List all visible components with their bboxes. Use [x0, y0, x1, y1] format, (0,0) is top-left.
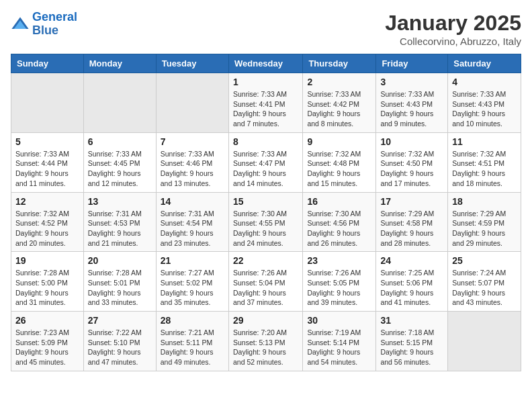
day-number: 13 — [88, 196, 152, 207]
week-row-3: 19Sunrise: 7:28 AM Sunset: 5:00 PM Dayli… — [11, 252, 521, 312]
calendar-cell: 18Sunrise: 7:29 AM Sunset: 4:59 PM Dayli… — [448, 192, 521, 252]
day-info: Sunrise: 7:29 AM Sunset: 4:59 PM Dayligh… — [452, 209, 517, 248]
day-info: Sunrise: 7:25 AM Sunset: 5:06 PM Dayligh… — [380, 268, 443, 308]
day-number: 20 — [88, 255, 152, 266]
week-row-0: 1Sunrise: 7:33 AM Sunset: 4:41 PM Daylig… — [11, 73, 521, 133]
day-info: Sunrise: 7:27 AM Sunset: 5:02 PM Dayligh… — [161, 268, 224, 308]
calendar-cell: 5Sunrise: 7:33 AM Sunset: 4:44 PM Daylig… — [11, 132, 84, 192]
day-number: 27 — [88, 315, 152, 326]
calendar-cell: 26Sunrise: 7:23 AM Sunset: 5:09 PM Dayli… — [11, 312, 84, 371]
day-info: Sunrise: 7:29 AM Sunset: 4:58 PM Dayligh… — [380, 209, 443, 248]
calendar-cell: 7Sunrise: 7:33 AM Sunset: 4:46 PM Daylig… — [156, 132, 228, 192]
calendar-cell: 2Sunrise: 7:33 AM Sunset: 4:42 PM Daylig… — [303, 73, 376, 133]
calendar-cell: 24Sunrise: 7:25 AM Sunset: 5:06 PM Dayli… — [376, 252, 448, 312]
calendar-cell — [83, 73, 156, 133]
weekday-header-thursday: Thursday — [303, 54, 376, 73]
day-info: Sunrise: 7:20 AM Sunset: 5:13 PM Dayligh… — [233, 328, 298, 367]
day-info: Sunrise: 7:32 AM Sunset: 4:50 PM Dayligh… — [380, 149, 443, 189]
day-number: 19 — [15, 255, 79, 266]
day-info: Sunrise: 7:33 AM Sunset: 4:43 PM Dayligh… — [452, 89, 517, 129]
day-number: 18 — [452, 196, 517, 207]
calendar-cell: 13Sunrise: 7:31 AM Sunset: 4:53 PM Dayli… — [83, 192, 156, 252]
day-info: Sunrise: 7:22 AM Sunset: 5:10 PM Dayligh… — [88, 328, 152, 367]
calendar-cell: 17Sunrise: 7:29 AM Sunset: 4:58 PM Dayli… — [376, 192, 448, 252]
day-info: Sunrise: 7:33 AM Sunset: 4:45 PM Dayligh… — [88, 149, 152, 189]
day-info: Sunrise: 7:32 AM Sunset: 4:48 PM Dayligh… — [307, 149, 371, 189]
weekday-header-saturday: Saturday — [448, 54, 521, 73]
calendar-cell: 14Sunrise: 7:31 AM Sunset: 4:54 PM Dayli… — [156, 192, 228, 252]
weekday-header-monday: Monday — [83, 54, 156, 73]
day-info: Sunrise: 7:30 AM Sunset: 4:56 PM Dayligh… — [307, 209, 371, 248]
logo: General Blue — [11, 11, 77, 38]
day-number: 4 — [452, 77, 517, 87]
day-number: 23 — [307, 255, 371, 266]
calendar-cell: 31Sunrise: 7:18 AM Sunset: 5:15 PM Dayli… — [376, 312, 448, 371]
weekday-header-wednesday: Wednesday — [228, 54, 302, 73]
calendar-cell: 15Sunrise: 7:30 AM Sunset: 4:55 PM Dayli… — [228, 192, 302, 252]
calendar-cell: 29Sunrise: 7:20 AM Sunset: 5:13 PM Dayli… — [228, 312, 302, 371]
day-number: 15 — [233, 196, 298, 207]
logo-icon — [11, 15, 30, 34]
day-number: 6 — [88, 136, 152, 147]
calendar-cell: 22Sunrise: 7:26 AM Sunset: 5:04 PM Dayli… — [228, 252, 302, 312]
week-row-2: 12Sunrise: 7:32 AM Sunset: 4:52 PM Dayli… — [11, 192, 521, 252]
day-number: 11 — [452, 136, 517, 147]
calendar-cell: 4Sunrise: 7:33 AM Sunset: 4:43 PM Daylig… — [448, 73, 521, 133]
day-info: Sunrise: 7:24 AM Sunset: 5:07 PM Dayligh… — [452, 268, 517, 308]
day-info: Sunrise: 7:19 AM Sunset: 5:14 PM Dayligh… — [307, 328, 371, 367]
day-info: Sunrise: 7:26 AM Sunset: 5:05 PM Dayligh… — [307, 268, 371, 308]
day-number: 16 — [307, 196, 371, 207]
day-number: 29 — [233, 315, 298, 326]
day-number: 21 — [161, 255, 224, 266]
day-info: Sunrise: 7:28 AM Sunset: 5:00 PM Dayligh… — [15, 268, 79, 308]
day-number: 25 — [452, 255, 517, 266]
day-number: 31 — [380, 315, 443, 326]
calendar-cell: 19Sunrise: 7:28 AM Sunset: 5:00 PM Dayli… — [11, 252, 84, 312]
calendar-cell: 8Sunrise: 7:33 AM Sunset: 4:47 PM Daylig… — [228, 132, 302, 192]
calendar-cell: 9Sunrise: 7:32 AM Sunset: 4:48 PM Daylig… — [303, 132, 376, 192]
calendar-cell: 27Sunrise: 7:22 AM Sunset: 5:10 PM Dayli… — [83, 312, 156, 371]
day-info: Sunrise: 7:18 AM Sunset: 5:15 PM Dayligh… — [380, 328, 443, 367]
day-info: Sunrise: 7:33 AM Sunset: 4:42 PM Dayligh… — [307, 89, 371, 129]
calendar-cell: 10Sunrise: 7:32 AM Sunset: 4:50 PM Dayli… — [376, 132, 448, 192]
calendar-cell: 12Sunrise: 7:32 AM Sunset: 4:52 PM Dayli… — [11, 192, 84, 252]
logo-line1: General — [32, 10, 77, 24]
calendar-cell — [448, 312, 521, 371]
calendar-cell: 23Sunrise: 7:26 AM Sunset: 5:05 PM Dayli… — [303, 252, 376, 312]
day-number: 22 — [233, 255, 298, 266]
logo-text: General Blue — [32, 11, 77, 38]
calendar-cell: 21Sunrise: 7:27 AM Sunset: 5:02 PM Dayli… — [156, 252, 228, 312]
weekday-header-friday: Friday — [376, 54, 448, 73]
day-number: 10 — [380, 136, 443, 147]
weekday-header-sunday: Sunday — [11, 54, 84, 73]
day-info: Sunrise: 7:30 AM Sunset: 4:55 PM Dayligh… — [233, 209, 298, 248]
day-number: 17 — [380, 196, 443, 207]
logo-line2: Blue — [32, 24, 58, 37]
day-info: Sunrise: 7:31 AM Sunset: 4:53 PM Dayligh… — [88, 209, 152, 248]
day-info: Sunrise: 7:32 AM Sunset: 4:51 PM Dayligh… — [452, 149, 517, 189]
calendar-cell: 28Sunrise: 7:21 AM Sunset: 5:11 PM Dayli… — [156, 312, 228, 371]
day-number: 9 — [307, 136, 371, 147]
week-row-4: 26Sunrise: 7:23 AM Sunset: 5:09 PM Dayli… — [11, 312, 521, 371]
calendar-cell: 25Sunrise: 7:24 AM Sunset: 5:07 PM Dayli… — [448, 252, 521, 312]
calendar-cell — [156, 73, 228, 133]
month-title: January 2025 — [385, 11, 521, 36]
day-number: 3 — [380, 77, 443, 87]
day-info: Sunrise: 7:33 AM Sunset: 4:47 PM Dayligh… — [233, 149, 298, 189]
day-number: 28 — [161, 315, 224, 326]
calendar-cell: 1Sunrise: 7:33 AM Sunset: 4:41 PM Daylig… — [228, 73, 302, 133]
day-info: Sunrise: 7:32 AM Sunset: 4:52 PM Dayligh… — [15, 209, 79, 248]
day-number: 1 — [233, 77, 298, 87]
week-row-1: 5Sunrise: 7:33 AM Sunset: 4:44 PM Daylig… — [11, 132, 521, 192]
day-number: 2 — [307, 77, 371, 87]
day-number: 8 — [233, 136, 298, 147]
day-info: Sunrise: 7:28 AM Sunset: 5:01 PM Dayligh… — [88, 268, 152, 308]
day-number: 26 — [15, 315, 79, 326]
day-info: Sunrise: 7:23 AM Sunset: 5:09 PM Dayligh… — [15, 328, 79, 367]
day-number: 14 — [161, 196, 224, 207]
title-block: January 2025 Collecorvino, Abruzzo, Ital… — [385, 11, 521, 47]
weekday-header-tuesday: Tuesday — [156, 54, 228, 73]
day-number: 12 — [15, 196, 79, 207]
day-number: 5 — [15, 136, 79, 147]
calendar-cell — [11, 73, 84, 133]
